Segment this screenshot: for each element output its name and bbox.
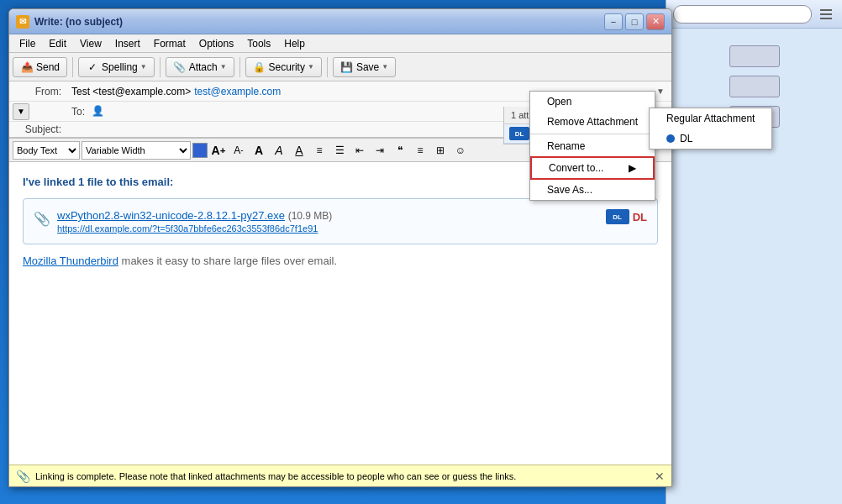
ctx-separator	[530, 134, 655, 134]
ctx-convert[interactable]: Convert to... ▶	[530, 156, 655, 180]
to-addressbook-icon[interactable]: 👤	[92, 105, 105, 118]
from-name: Test <test@example.com>	[71, 86, 191, 97]
file-size: (10.9 MB)	[288, 210, 333, 222]
font-size-down-button[interactable]: A-	[229, 141, 248, 160]
close-button[interactable]: ✕	[646, 13, 665, 30]
file-link[interactable]: wxPython2.8-win32-unicode-2.8.12.1-py27.…	[57, 209, 285, 222]
submenu-dl-label: DL	[680, 133, 692, 144]
submenu-dl-icon	[666, 134, 675, 143]
submenu-dl[interactable]: DL	[650, 129, 771, 149]
menu-view[interactable]: View	[73, 36, 108, 51]
indent-button[interactable]: ⇥	[371, 141, 389, 160]
insert-button[interactable]: ⊞	[431, 141, 450, 160]
menu-options[interactable]: Options	[192, 36, 240, 51]
compose-window: ✉ Write: (no subject) − □ ✕ File Edit Vi…	[8, 8, 672, 487]
linked-file-row: 📎 wxPython2.8-win32-unicode-2.8.12.1-py2…	[34, 209, 647, 234]
window-icon: ✉	[16, 15, 29, 29]
menu-file[interactable]: File	[13, 36, 42, 51]
unordered-list-button[interactable]: ≡	[310, 141, 329, 160]
menu-tools[interactable]: Tools	[240, 36, 277, 51]
text-color-button[interactable]	[192, 143, 208, 158]
ctx-remove[interactable]: Remove Attachment	[530, 112, 655, 132]
info-close-button[interactable]: ✕	[655, 470, 665, 483]
security-icon: 🔒	[253, 60, 266, 74]
right-panel-button-2[interactable]	[729, 76, 780, 97]
menu-insert[interactable]: Insert	[108, 36, 147, 51]
window-controls: − □ ✕	[604, 13, 665, 30]
browser-search-input[interactable]	[673, 5, 812, 24]
smiley-button[interactable]: ☺	[451, 141, 470, 160]
align-button[interactable]: ≡	[411, 141, 429, 160]
info-bar: 📎 Linking is complete. Please note that …	[9, 465, 671, 486]
ctx-saveas[interactable]: Save As...	[530, 180, 655, 200]
toolbar-separator-4	[327, 57, 328, 77]
ctx-rename[interactable]: Rename	[530, 136, 655, 156]
send-button[interactable]: 📤 Send	[13, 57, 67, 77]
attach-button[interactable]: 📎 Attach ▼	[166, 57, 234, 77]
bold-button[interactable]: A	[250, 141, 268, 160]
mozbird-link[interactable]: Mozilla Thunderbird	[23, 255, 118, 267]
font-select[interactable]: Variable Width	[82, 141, 191, 160]
menu-help[interactable]: Help	[277, 36, 312, 51]
body-area[interactable]: I've linked 1 file to this email: 📎 wxPy…	[9, 162, 671, 486]
attach-icon: 📎	[173, 60, 187, 74]
toolbar: 📤 Send ✓ Spelling ▼ 📎 Attach ▼ 🔒 Securit…	[9, 53, 671, 81]
send-icon: 📤	[20, 60, 34, 74]
style-select[interactable]: Body Text	[13, 141, 80, 160]
title-bar: ✉ Write: (no subject) − □ ✕	[9, 9, 671, 34]
window-title: Write: (no subject)	[34, 16, 604, 28]
security-arrow: ▼	[308, 63, 314, 71]
menu-format[interactable]: Format	[147, 36, 192, 51]
save-icon: 💾	[340, 60, 354, 74]
minimize-button[interactable]: −	[604, 13, 623, 30]
save-arrow: ▼	[382, 63, 388, 71]
from-dropdown-arrow[interactable]: ▼	[656, 87, 668, 96]
menu-bar: File Edit View Insert Format Options Too…	[9, 34, 671, 53]
to-label: To:	[33, 106, 92, 118]
info-text: Linking is complete. Please note that li…	[35, 471, 516, 481]
dl-badge: DL DL	[606, 209, 647, 224]
submenu-regular-label: Regular Attachment	[666, 113, 755, 124]
clip-icon: 📎	[34, 211, 50, 227]
attach-arrow: ▼	[220, 63, 227, 71]
spelling-icon: ✓	[86, 60, 99, 74]
toolbar-separator-1	[72, 57, 73, 77]
from-label: From:	[9, 86, 68, 97]
context-menu: Open Remove Attachment Rename Convert to…	[529, 91, 655, 201]
ctx-open[interactable]: Open	[530, 92, 655, 112]
maximize-button[interactable]: □	[625, 13, 644, 30]
underline-button[interactable]: A	[290, 141, 308, 160]
right-panel-button-1[interactable]	[729, 45, 780, 67]
info-icon: 📎	[16, 470, 30, 483]
ctx-convert-arrow: ▶	[629, 162, 636, 174]
file-info: wxPython2.8-win32-unicode-2.8.12.1-py27.…	[57, 209, 599, 234]
toolbar-separator-3	[239, 57, 240, 77]
ctx-convert-label: Convert to...	[549, 162, 603, 174]
right-panel	[666, 0, 842, 504]
font-size-up-button[interactable]: A+	[209, 141, 228, 160]
body-wrapper: I've linked 1 file to this email: 📎 wxPy…	[9, 162, 671, 486]
attachment-file-icon: DL	[509, 127, 529, 140]
linked-file-box: 📎 wxPython2.8-win32-unicode-2.8.12.1-py2…	[23, 198, 658, 244]
italic-button[interactable]: A	[270, 141, 288, 160]
save-button[interactable]: 💾 Save ▼	[333, 57, 396, 77]
dl-icon: DL	[606, 209, 629, 224]
browser-menu-button[interactable]	[817, 5, 835, 24]
security-button[interactable]: 🔒 Security ▼	[245, 57, 322, 77]
block-quote-button[interactable]: ❝	[391, 141, 409, 160]
footer-suffix: makes it easy to share large files over …	[118, 255, 337, 267]
right-panel-toolbar	[666, 0, 842, 29]
dl-text: DL	[633, 211, 647, 223]
menu-edit[interactable]: Edit	[42, 36, 73, 51]
file-url[interactable]: https://dl.example.com/?t=5f30a7bbfe6ec2…	[57, 223, 599, 234]
footer-text: Mozilla Thunderbird makes it easy to sha…	[23, 255, 658, 267]
spelling-button[interactable]: ✓ Spelling ▼	[78, 57, 155, 77]
toolbar-separator-2	[160, 57, 161, 77]
to-expand-button[interactable]: ▼	[13, 103, 29, 120]
from-email: test@example.com	[194, 86, 281, 97]
subject-label: Subject:	[9, 123, 68, 135]
ordered-list-button[interactable]: ☰	[330, 141, 349, 160]
outdent-button[interactable]: ⇤	[350, 141, 369, 160]
submenu-regular[interactable]: Regular Attachment	[650, 108, 771, 129]
spelling-arrow: ▼	[140, 63, 147, 71]
